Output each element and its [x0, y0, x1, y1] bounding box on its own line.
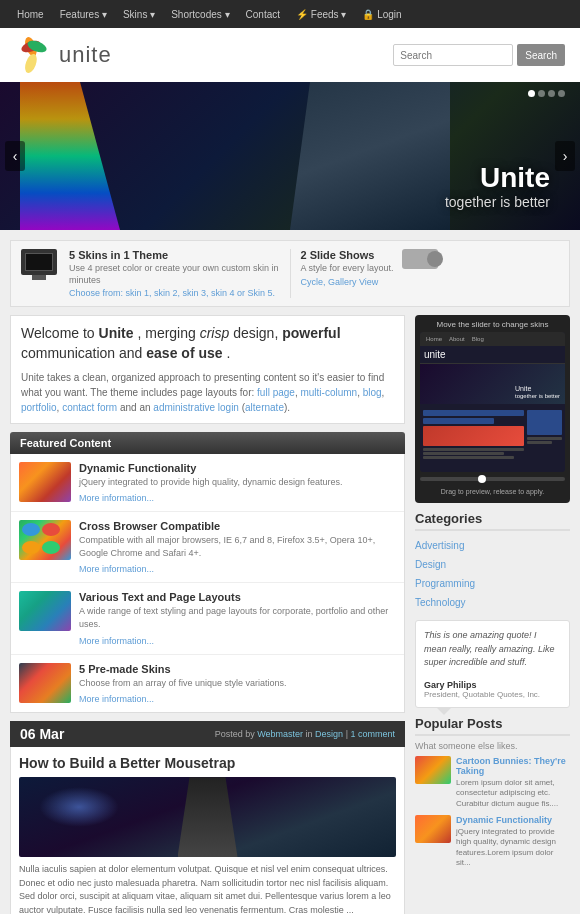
blog-meta: Posted by Webmaster in Design | 1 commen…	[215, 729, 395, 739]
link-full-page[interactable]: full page	[257, 387, 295, 398]
link-blog[interactable]: blog	[363, 387, 382, 398]
skin-demo-main	[423, 410, 524, 460]
nav-item-shortcodes[interactable]: Shortcodes ▾	[164, 5, 236, 24]
nav-item-features[interactable]: Features ▾	[53, 5, 114, 24]
hero-slider: ‹ › Unite together is better	[0, 82, 580, 230]
popular-desc-1: Lorem ipsum dolor sit amet, consectetur …	[456, 778, 570, 809]
hero-subtitle: together is better	[445, 194, 550, 210]
skin-demo-bar-2	[423, 418, 494, 424]
popular-posts-title: Popular Posts	[415, 716, 570, 736]
category-item-design: Design	[415, 555, 570, 574]
featured-desc-3: A wide range of text styling and page la…	[79, 605, 396, 630]
blog-author-link[interactable]: Webmaster	[257, 729, 303, 739]
skin-demo-bar-1	[423, 410, 524, 416]
hero-dot-4[interactable]	[558, 90, 565, 97]
featured-item-3: Various Text and Page Layouts A wide ran…	[11, 583, 404, 654]
blog-lights-art	[39, 787, 119, 827]
thumb-skins-art	[19, 663, 71, 703]
popular-post-1: Cartoon Bunnies: They're Taking Lorem ip…	[415, 756, 570, 809]
feature-slideshow-link[interactable]: Cycle, Gallery View	[301, 277, 379, 287]
hero-dot-3[interactable]	[548, 90, 555, 97]
skin-demo-line-2	[423, 452, 504, 455]
hero-dot-1[interactable]	[528, 90, 535, 97]
blog-title: How to Build a Better Mousetrap	[19, 755, 396, 771]
hero-content: Unite together is better	[445, 162, 550, 210]
featured-thumb-3	[19, 591, 71, 631]
nav-item-feeds[interactable]: ⚡ Feeds ▾	[289, 5, 353, 24]
featured-desc-4: Choose from an array of five unique styl…	[79, 677, 287, 690]
featured-thumb-2	[19, 520, 71, 560]
category-link-design[interactable]: Design	[415, 559, 446, 570]
skin-demo-content	[420, 407, 565, 463]
blog-road-art	[178, 777, 238, 857]
header-search-button[interactable]: Search	[517, 44, 565, 66]
monitor-shape	[21, 249, 57, 275]
category-link-advertising[interactable]: Advertising	[415, 540, 464, 551]
svg-point-3	[23, 52, 39, 74]
featured-info-1: Dynamic Functionality jQuery integrated …	[79, 462, 342, 504]
link-multi-column[interactable]: multi-column	[300, 387, 357, 398]
blog-body: Nulla iaculis sapien at dolor elementum …	[19, 863, 396, 914]
blog-posted-by: Posted by	[215, 729, 255, 739]
logo-area: unite	[15, 36, 112, 74]
featured-link-4[interactable]: More information...	[79, 694, 154, 704]
featured-title-2: Cross Browser Compatible	[79, 520, 396, 532]
category-link-technology[interactable]: Technology	[415, 597, 466, 608]
quote-author: Gary Philips President, Quotable Quotes,…	[424, 680, 561, 699]
feature-skins: 5 Skins in 1 Theme Use 4 preset color or…	[21, 249, 280, 298]
nav-item-contact[interactable]: Contact	[239, 5, 287, 24]
skin-demo-nav-blog: Blog	[470, 335, 486, 343]
hero-prev-button[interactable]: ‹	[5, 141, 25, 171]
welcome-text-1: Welcome to	[21, 325, 99, 341]
link-portfolio[interactable]: portfolio	[21, 402, 57, 413]
hero-dots	[528, 90, 565, 97]
popular-title-1[interactable]: Cartoon Bunnies: They're Taking	[456, 756, 570, 776]
featured-header: Featured Content	[10, 432, 405, 454]
link-admin[interactable]: administrative login	[153, 402, 239, 413]
blog-comments-link[interactable]: 1 comment	[350, 729, 395, 739]
welcome-brand: Unite	[99, 325, 134, 341]
category-item-advertising: Advertising	[415, 536, 570, 555]
blog-category-link[interactable]: Design	[315, 729, 343, 739]
nav-item-login[interactable]: 🔒 Login	[355, 5, 408, 24]
hero-title: Unite	[445, 162, 550, 194]
skin-slider[interactable]	[420, 477, 565, 481]
feature-slideshow-text: 2 Slide Shows A style for every layout. …	[301, 249, 394, 287]
popular-text-2: Dynamic Functionality jQuery integrated …	[456, 815, 570, 869]
category-list: Advertising Design Programming Technolog…	[415, 536, 570, 612]
featured-link-3[interactable]: More information...	[79, 636, 154, 646]
blog-date: 06 Mar	[20, 726, 64, 742]
logo-icon	[15, 36, 53, 74]
hero-next-button[interactable]: ›	[555, 141, 575, 171]
category-link-programming[interactable]: Programming	[415, 578, 475, 589]
feature-slideshow-title: 2 Slide Shows	[301, 249, 394, 261]
nav-item-skins[interactable]: Skins ▾	[116, 5, 162, 24]
blog-image	[19, 777, 396, 857]
quote-author-title: President, Quotable Quotes, Inc.	[424, 690, 561, 699]
hero-dot-2[interactable]	[538, 90, 545, 97]
left-column: Welcome to Unite , merging crisp design,…	[10, 315, 405, 914]
categories-section: Categories Advertising Design Programmin…	[415, 511, 570, 612]
welcome-text-2: , merging	[137, 325, 199, 341]
featured-link-2[interactable]: More information...	[79, 564, 154, 574]
hero-abstract-art	[20, 82, 120, 230]
popular-title-2[interactable]: Dynamic Functionality	[456, 815, 570, 825]
quote-box: This is one amazing quote! I mean really…	[415, 620, 570, 708]
skin-demo-nav: Home About Blog	[420, 332, 565, 346]
popular-thumb-2-art	[415, 815, 451, 843]
popular-thumb-1	[415, 756, 451, 784]
welcome-emphasis-1: crisp	[200, 325, 230, 341]
skin-demo-box: Move the slider to change skins Home Abo…	[415, 315, 570, 503]
header-search-input[interactable]	[393, 44, 513, 66]
projector-icon	[402, 249, 442, 279]
link-contact[interactable]: contact form	[62, 402, 117, 413]
feature-skins-desc: Use 4 preset color or create your own cu…	[69, 263, 280, 286]
main-wrapper: 5 Skins in 1 Theme Use 4 preset color or…	[0, 230, 580, 914]
nav-item-home[interactable]: Home	[10, 5, 51, 24]
skin-demo-sidebar-line-1	[527, 437, 562, 440]
link-alternate[interactable]: alternate	[245, 402, 284, 413]
features-strip: 5 Skins in 1 Theme Use 4 preset color or…	[10, 240, 570, 307]
feature-skins-link[interactable]: Choose from: skin 1, skin 2, skin 3, ski…	[69, 288, 275, 298]
featured-link-1[interactable]: More information...	[79, 493, 154, 503]
skin-slider-thumb[interactable]	[478, 475, 486, 483]
